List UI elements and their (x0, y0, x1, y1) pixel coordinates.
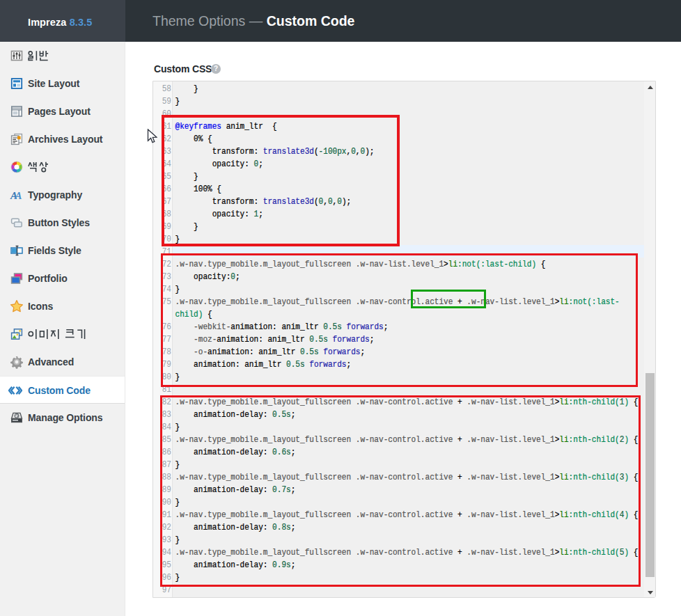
svg-text:A: A (15, 190, 22, 201)
